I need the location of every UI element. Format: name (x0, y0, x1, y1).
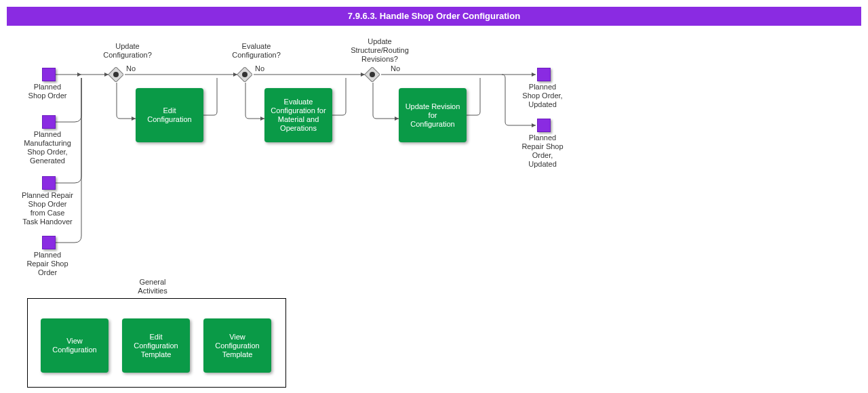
title-bar: 7.9.6.3. Handle Shop Order Configuration (7, 7, 861, 26)
task-view-configuration-template[interactable]: ViewConfigurationTemplate (203, 318, 271, 373)
end-label: PlannedRepair ShopOrder,Updated (509, 133, 576, 169)
gateway-evaluate-configuration[interactable] (237, 67, 252, 82)
start-label: PlannedRepair ShopOrder (14, 251, 81, 277)
general-activities-title: GeneralActivities (115, 278, 190, 295)
branch-no-label: No (126, 64, 136, 73)
start-event-planned-mfg-shop-order[interactable] (42, 115, 56, 129)
gateway-label: UpdateConfiguration? (87, 42, 168, 60)
gateway-label: UpdateStructure/RoutingRevisions? (332, 37, 427, 64)
start-label: Planned RepairShop Orderfrom CaseTask Ha… (14, 191, 81, 226)
task-edit-configuration[interactable]: EditConfiguration (136, 88, 203, 142)
end-event-planned-repair-updated[interactable] (537, 119, 551, 132)
task-view-configuration[interactable]: ViewConfiguration (41, 318, 108, 373)
svg-point-5 (370, 72, 375, 77)
svg-point-3 (242, 72, 248, 77)
diagram-canvas: 7.9.6.3. Handle Shop Order Configuration (0, 0, 868, 393)
task-evaluate-config-material-ops[interactable]: EvaluateConfiguration forMaterial andOpe… (264, 88, 332, 142)
gateway-update-configuration[interactable] (108, 67, 123, 82)
start-event-planned-shop-order[interactable] (42, 68, 56, 81)
start-label: PlannedManufacturingShop Order,Generated (14, 130, 81, 165)
start-label: PlannedShop Order (14, 83, 81, 100)
gateway-label: EvaluateConfiguration? (216, 42, 297, 60)
start-event-planned-repair-shop-order[interactable] (42, 236, 56, 249)
task-update-revision-for-configuration[interactable]: Update RevisionforConfiguration (399, 88, 467, 142)
task-edit-configuration-template[interactable]: EditConfigurationTemplate (122, 318, 190, 373)
end-label: PlannedShop Order,Updated (509, 83, 576, 109)
end-event-planned-shop-order-updated[interactable] (537, 68, 551, 81)
branch-no-label: No (255, 64, 264, 73)
svg-point-1 (113, 72, 119, 77)
gateway-update-structure-routing[interactable] (365, 67, 380, 82)
start-event-planned-repair-from-case[interactable] (42, 176, 56, 190)
branch-no-label: No (391, 64, 400, 73)
